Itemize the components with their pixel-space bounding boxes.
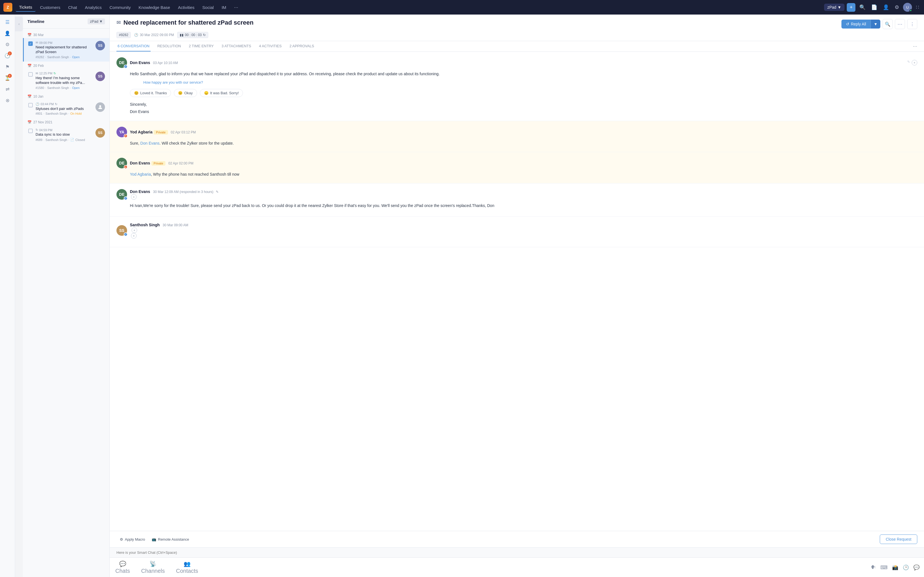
nav-community[interactable]: Community xyxy=(106,3,134,11)
split-view-button[interactable]: ⋮ xyxy=(907,19,917,29)
private-badge-2: Private xyxy=(153,130,168,135)
tab-approvals[interactable]: 2 APPROVALS xyxy=(288,41,315,52)
ticket-item-1580[interactable]: ✉ 12:25 PM ↻ Hey there! I'm having some … xyxy=(23,69,110,92)
more-btn-5[interactable]: + xyxy=(131,233,137,239)
msg-signoff-1: Sincerely,Don Evans xyxy=(130,101,917,115)
top-navigation: Z Tickets Customers Chat Analytics Commu… xyxy=(0,0,924,15)
nav-chat[interactable]: Chat xyxy=(65,3,80,11)
ticket-checkbox-1580[interactable] xyxy=(28,72,33,77)
ticket-checkbox-9282[interactable]: ✓ xyxy=(28,41,33,46)
smart-chat-input[interactable] xyxy=(116,550,917,554)
tab-resolution[interactable]: RESOLUTION xyxy=(156,41,182,52)
tabs-more-button[interactable]: ⋯ xyxy=(913,44,917,49)
feedback-okay-button[interactable]: 😐Okay xyxy=(174,89,197,97)
private-badge-3: Private xyxy=(152,161,165,166)
expand-btn-5[interactable]: + xyxy=(132,227,137,233)
expand-icon-4[interactable]: + xyxy=(131,194,137,200)
settings-icon[interactable]: ⚙ xyxy=(2,39,13,50)
tab-time-entry[interactable]: 2 TIME ENTRY xyxy=(187,41,215,52)
close-request-button[interactable]: Close Request xyxy=(880,535,917,544)
bottom-nav-chats[interactable]: 💬 Chats xyxy=(110,559,136,575)
translate-icon[interactable]: 🗣 xyxy=(871,564,876,570)
date-group-27nov: 📅 27 Nov 2021 xyxy=(23,118,110,125)
collapse-sidebar-button[interactable]: ‹ xyxy=(15,17,23,31)
compose-button[interactable]: 📄 xyxy=(869,3,879,12)
conversation-area: DE ✓ Don Evans 03 Apr 10:10 AM ✎ + Hello… xyxy=(110,52,924,531)
msg-edit-icon-4[interactable]: ✎ xyxy=(216,190,219,194)
share-icon[interactable]: ⇌ xyxy=(2,84,13,95)
feedback-bad-button[interactable]: 😞It was Bad. Sorry! xyxy=(200,89,243,97)
reply-all-dropdown-button[interactable]: ▼ xyxy=(871,19,880,29)
timeline-brand-selector[interactable]: zPad ▼ xyxy=(87,18,105,24)
avatar-badge-3: ● xyxy=(124,165,128,169)
timer-icon[interactable]: ⏳ 4 xyxy=(2,73,13,83)
smart-chat-bar[interactable] xyxy=(110,547,924,558)
search-ticket-button[interactable]: 🔍 xyxy=(882,19,893,29)
tab-activities[interactable]: 4 ACTIVITIES xyxy=(258,41,283,52)
tab-attachments[interactable]: 3 ATTACHMENTS xyxy=(221,41,252,52)
ticket-tabs: 6 CONVERSATION RESOLUTION 2 TIME ENTRY 3… xyxy=(110,41,924,52)
brand-selector[interactable]: zPad ▼ xyxy=(824,4,845,11)
camera-icon[interactable]: 📸 xyxy=(892,564,898,571)
create-button[interactable]: + xyxy=(847,3,855,12)
sender-name-5: Santhosh Singh xyxy=(130,222,160,227)
keyboard-icon[interactable]: ⌨ xyxy=(880,564,888,571)
ticket-checkbox-801[interactable] xyxy=(28,103,33,107)
ticket-header: ✉ Need replacement for shattered zPad sc… xyxy=(110,15,924,41)
contacts-icon[interactable]: 👤 xyxy=(2,28,13,39)
nav-customers[interactable]: Customers xyxy=(37,3,64,11)
date-label-30mar: 📅 30 Mar xyxy=(27,33,105,37)
search-button[interactable]: 🔍 xyxy=(858,3,867,12)
edit-icon-1[interactable]: ✎ xyxy=(907,60,910,66)
history-icon[interactable]: 🕑 xyxy=(903,564,909,571)
nav-analytics[interactable]: Analytics xyxy=(81,3,105,11)
nav-social[interactable]: Social xyxy=(199,3,217,11)
reply-all-button[interactable]: ↺ Reply All xyxy=(842,19,871,29)
feedback-loved-button[interactable]: 😊Loved it. Thanks xyxy=(130,89,171,97)
nav-im[interactable]: IM xyxy=(218,3,230,11)
sender-name-3: Don Evans xyxy=(130,161,150,165)
ticket-checkbox-689[interactable] xyxy=(28,129,33,133)
ticket-avatar-1580: SS xyxy=(95,72,105,81)
remote-assistance-button[interactable]: 📺 Remote Assistance xyxy=(149,536,192,543)
ticket-item-9282[interactable]: ✓ ✉ 09:00 PM Need replacement for shatte… xyxy=(23,38,110,61)
ticket-avatar-9282: SS xyxy=(95,41,105,50)
avatar-yod-agbaria: YA ● xyxy=(116,127,127,137)
nav-knowledge-base[interactable]: Knowledge Base xyxy=(135,3,174,11)
msg-time-4: 30 Mar 12:09 AM (responded in 3 hours) xyxy=(153,190,213,194)
bottom-nav-channels[interactable]: 📡 Channels xyxy=(136,559,170,575)
block-icon[interactable]: ⊗ xyxy=(2,95,13,106)
timeline-icon[interactable]: ☰ xyxy=(2,17,13,27)
ticket-item-689[interactable]: ↻ 04:59 PM Data sync is too slow #689 · … xyxy=(23,125,110,144)
tab-conversation[interactable]: 6 CONVERSATION xyxy=(116,41,150,52)
sender-name-2: Yod Agbaria xyxy=(130,130,153,134)
nav-tickets[interactable]: Tickets xyxy=(16,3,36,12)
don-evans-link-2[interactable]: Don Evans xyxy=(140,141,159,145)
flag-icon[interactable]: ⚑ xyxy=(2,61,13,72)
clock-icon[interactable]: 🕐 2 xyxy=(2,50,13,61)
nav-activities[interactable]: Activities xyxy=(174,3,198,11)
feedback-question: How happy are you with our service? xyxy=(143,80,203,84)
nav-more[interactable]: ⋯ xyxy=(231,3,242,11)
bottom-nav-contacts[interactable]: 👥 Contacts xyxy=(170,559,204,575)
ticket-item-801[interactable]: 🕐 03:44 PM ↻ Styluses don't pair with zP… xyxy=(23,100,110,118)
chat-bubble-icon[interactable]: 💬 xyxy=(913,564,919,571)
message-block-5: SS ✓ Santhosh Singh 30 Mar 09:00 AM + + xyxy=(110,217,924,247)
settings-button[interactable]: ⚙ xyxy=(893,3,901,12)
email-icon: ✉ xyxy=(116,19,121,26)
msg-time-1: 03 Apr 10:10 AM xyxy=(153,61,178,65)
macro-icon: ⚙ xyxy=(120,537,123,542)
date-label-27nov: 📅 27 Nov 2021 xyxy=(27,120,105,124)
message-block-1: DE ✓ Don Evans 03 Apr 10:10 AM ✎ + Hello… xyxy=(110,52,924,121)
feedback-buttons-1: How happy are you with our service? xyxy=(130,80,917,85)
date-label-10jan: 📅 10 Jan xyxy=(27,95,105,98)
timer-badge[interactable]: ▮▮ 00 : 00 : 03 ↻ xyxy=(177,32,208,38)
msg-time-3: 02 Apr 02:00 PM xyxy=(168,161,194,165)
user-avatar[interactable]: U xyxy=(903,3,912,12)
more-options-button[interactable]: ⋯ xyxy=(895,19,905,29)
yod-agbaria-link[interactable]: Yod Agbaria xyxy=(130,172,151,176)
grid-button[interactable]: ∷ xyxy=(914,3,921,12)
agent-button[interactable]: 👤 xyxy=(881,3,891,12)
expand-icon-1[interactable]: + xyxy=(912,60,917,66)
apply-macro-button[interactable]: ⚙ Apply Macro xyxy=(116,536,149,543)
